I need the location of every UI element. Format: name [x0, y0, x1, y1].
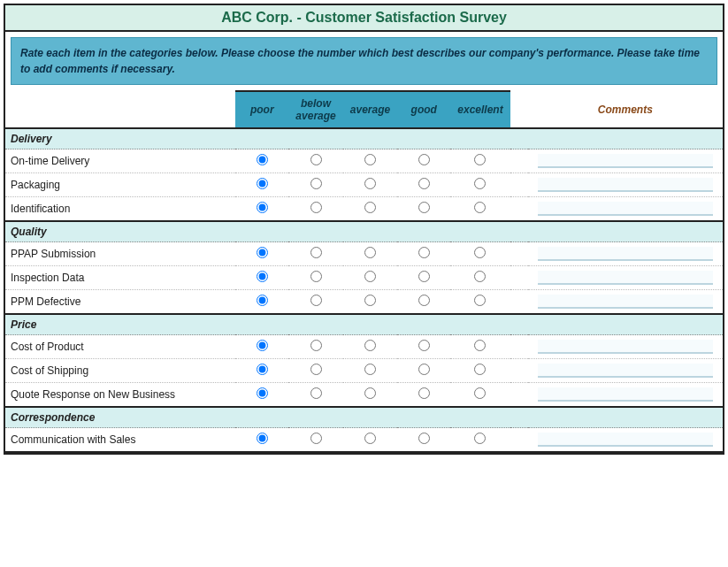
- rating-radio[interactable]: [257, 387, 268, 399]
- comment-input[interactable]: [538, 271, 713, 285]
- comment-input[interactable]: [538, 364, 713, 378]
- table-row: Packaging: [5, 173, 723, 197]
- rating-radio[interactable]: [418, 202, 430, 213]
- comment-input[interactable]: [538, 202, 713, 216]
- rating-radio[interactable]: [310, 178, 322, 189]
- item-label: Cost of Shipping: [5, 359, 235, 383]
- section-row-correspondence: Correspondence: [5, 407, 723, 428]
- rating-radio[interactable]: [364, 202, 376, 213]
- table-row: Quote Response on New Business: [5, 383, 723, 408]
- rating-radio[interactable]: [418, 178, 430, 189]
- item-label: Packaging: [5, 173, 235, 197]
- rating-radio[interactable]: [364, 364, 376, 375]
- survey-instructions: Rate each item in the categories below. …: [11, 37, 717, 85]
- rating-radio[interactable]: [310, 295, 322, 306]
- rating-radio[interactable]: [257, 178, 268, 189]
- rating-radio[interactable]: [257, 154, 268, 165]
- section-row-quality: Quality: [5, 221, 723, 242]
- comment-input[interactable]: [538, 387, 713, 402]
- comment-input[interactable]: [538, 295, 713, 309]
- section-row-delivery: Delivery: [5, 128, 723, 149]
- header-spacer: [510, 91, 528, 128]
- rating-header-excellent: excellent: [450, 91, 510, 128]
- rating-radio[interactable]: [364, 154, 376, 165]
- rating-radio[interactable]: [257, 295, 268, 306]
- rating-radio[interactable]: [364, 271, 376, 282]
- rating-radio[interactable]: [310, 340, 322, 351]
- table-row: Cost of Shipping: [5, 359, 723, 383]
- rating-radio[interactable]: [310, 364, 322, 375]
- rating-radio[interactable]: [310, 271, 322, 282]
- rating-radio[interactable]: [364, 433, 376, 444]
- comment-input[interactable]: [538, 340, 713, 354]
- rating-radio[interactable]: [310, 154, 322, 165]
- item-label: Identification: [5, 197, 235, 222]
- rating-radio[interactable]: [474, 247, 486, 258]
- ratings-header-row: poor below average average good excellen…: [5, 91, 723, 128]
- rating-radio[interactable]: [418, 295, 430, 306]
- table-row: On-time Delivery: [5, 149, 723, 173]
- section-row-price: Price: [5, 314, 723, 335]
- comment-input[interactable]: [538, 247, 713, 261]
- rating-radio[interactable]: [418, 364, 430, 375]
- rating-radio[interactable]: [257, 202, 268, 213]
- item-label: Quote Response on New Business: [5, 383, 235, 408]
- item-label: On-time Delivery: [5, 149, 235, 173]
- rating-radio[interactable]: [474, 271, 486, 282]
- rating-radio[interactable]: [364, 387, 376, 399]
- section-label: Correspondence: [5, 407, 723, 428]
- rating-radio[interactable]: [474, 364, 486, 375]
- rating-radio[interactable]: [474, 154, 486, 165]
- rating-radio[interactable]: [418, 271, 430, 282]
- item-label: Inspection Data: [5, 266, 235, 290]
- rating-radio[interactable]: [418, 387, 430, 399]
- rating-header-below-average: below average: [288, 91, 342, 128]
- rating-radio[interactable]: [418, 247, 430, 258]
- section-label: Price: [5, 314, 723, 335]
- rating-radio[interactable]: [310, 202, 322, 213]
- item-label: Cost of Product: [5, 335, 235, 359]
- table-row: Inspection Data: [5, 266, 723, 290]
- rating-radio[interactable]: [364, 340, 376, 351]
- rating-header-average: average: [343, 91, 397, 128]
- rating-radio[interactable]: [474, 202, 486, 213]
- rating-header-good: good: [397, 91, 450, 128]
- survey-title: ABC Corp. - Customer Satisfaction Survey: [5, 5, 723, 32]
- rating-radio[interactable]: [474, 433, 486, 444]
- rating-radio[interactable]: [474, 387, 486, 399]
- comment-input[interactable]: [538, 433, 713, 447]
- rating-radio[interactable]: [364, 295, 376, 306]
- rating-radio[interactable]: [474, 178, 486, 189]
- rating-radio[interactable]: [418, 340, 430, 351]
- rating-radio[interactable]: [310, 247, 322, 258]
- rating-radio[interactable]: [474, 340, 486, 351]
- rating-radio[interactable]: [257, 247, 268, 258]
- comments-header: Comments: [528, 91, 723, 128]
- survey-table: poor below average average good excellen…: [5, 90, 723, 453]
- table-row: Communication with Sales: [5, 428, 723, 453]
- rating-radio[interactable]: [257, 271, 268, 282]
- rating-radio[interactable]: [310, 433, 322, 444]
- rating-radio[interactable]: [474, 295, 486, 306]
- rating-radio[interactable]: [257, 340, 268, 351]
- rating-radio[interactable]: [418, 154, 430, 165]
- section-label: Delivery: [5, 128, 723, 149]
- rating-radio[interactable]: [418, 433, 430, 444]
- rating-radio[interactable]: [257, 433, 268, 444]
- survey-frame: ABC Corp. - Customer Satisfaction Survey…: [4, 4, 724, 455]
- item-label: PPAP Submission: [5, 242, 235, 266]
- header-label-blank: [5, 91, 235, 128]
- rating-radio[interactable]: [364, 247, 376, 258]
- table-row: PPAP Submission: [5, 242, 723, 266]
- rating-header-poor: poor: [235, 91, 288, 128]
- section-label: Quality: [5, 221, 723, 242]
- table-row: Identification: [5, 197, 723, 222]
- rating-radio[interactable]: [364, 178, 376, 189]
- rating-radio[interactable]: [310, 387, 322, 399]
- comment-input[interactable]: [538, 154, 713, 168]
- comment-input[interactable]: [538, 178, 713, 192]
- table-row: PPM Defective: [5, 290, 723, 315]
- item-label: Communication with Sales: [5, 428, 235, 453]
- table-row: Cost of Product: [5, 335, 723, 359]
- rating-radio[interactable]: [257, 364, 268, 375]
